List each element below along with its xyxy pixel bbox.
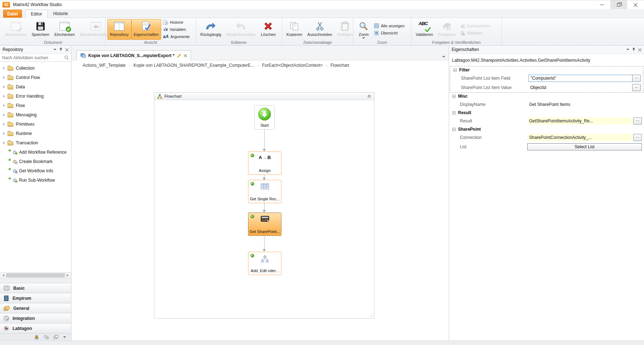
ellipsis-button[interactable]: ... [632, 84, 641, 91]
section-filter[interactable]: Filter [450, 66, 643, 74]
restore-button[interactable] [610, 0, 627, 9]
connection-field[interactable]: SharePointConnectionActivity_... [527, 134, 632, 141]
panel-close-icon[interactable] [65, 48, 69, 51]
cascade-windows-icon[interactable] [53, 335, 59, 339]
list-item-field-input[interactable]: "ComputerId" [528, 75, 633, 82]
section-misc[interactable]: Misc [449, 93, 644, 100]
argumente-button[interactable]: aA Argumente [163, 34, 190, 40]
panel-menu-caret-icon[interactable] [626, 49, 629, 50]
ellipsis-button[interactable]: ... [633, 134, 642, 141]
accordion-basic[interactable]: Basic [0, 283, 71, 293]
accordion-labtagon[interactable]: Labtagon [0, 323, 71, 333]
zoom-dropdown-caret[interactable] [362, 37, 365, 39]
expander-icon[interactable] [3, 85, 5, 88]
tree-folder-transaction[interactable]: Transaction [0, 138, 71, 148]
expander-icon[interactable] [3, 132, 5, 135]
select-list-button[interactable]: Select List [527, 143, 642, 150]
accordion-empirum[interactable]: Empirum [0, 293, 71, 303]
collapse-box-icon[interactable] [452, 111, 456, 115]
expander-icon[interactable] [3, 141, 5, 144]
ellipsis-button[interactable]: ... [632, 75, 641, 82]
uebersicht-button[interactable]: Übersicht [374, 30, 405, 36]
collapse-chevron-icon[interactable] [367, 94, 371, 98]
speichern-button[interactable]: Speichern [29, 19, 52, 40]
pin-icon[interactable] [59, 47, 62, 52]
displayname-field[interactable]: Get SharePoint Items [527, 101, 632, 108]
result-field[interactable]: GetSharePointItemsActivity_Re... [527, 117, 632, 125]
accordion-general[interactable]: General [0, 303, 71, 313]
tab-datei[interactable]: Datei [3, 10, 22, 18]
tree-folder-control-flow[interactable]: Control Flow [0, 73, 71, 82]
node-assign[interactable]: A→B Assign [248, 151, 281, 175]
footer-dropdown-caret-icon[interactable] [63, 336, 66, 338]
breadcrumb-item[interactable]: Flowchart [330, 63, 349, 68]
edit-pencil-icon[interactable] [177, 53, 181, 58]
collapse-box-icon[interactable] [452, 95, 456, 98]
expander-icon[interactable] [3, 104, 5, 107]
eigenschaften-toggle-button[interactable]: Eigenschaften [131, 19, 162, 40]
scrollbar-thumb[interactable] [6, 273, 65, 278]
ellipsis-button[interactable]: ... [633, 117, 642, 125]
loeschen-button[interactable]: Löschen [258, 19, 279, 40]
tree-folder-primitives[interactable]: Primitives [0, 120, 71, 129]
panel-close-icon[interactable] [638, 48, 641, 51]
section-sharepoint[interactable]: SharePoint [449, 126, 644, 133]
activity-search-input[interactable] [2, 55, 64, 60]
rueckgaengig-button[interactable]: Rückgängig [198, 19, 224, 40]
close-button[interactable] [627, 0, 644, 9]
stamp-tool-icon[interactable] [34, 335, 39, 339]
collapse-box-icon[interactable] [453, 69, 457, 72]
workflow-canvas[interactable]: Flowchart Start A→B Assign [71, 70, 449, 340]
expander-icon[interactable] [3, 67, 5, 70]
node-get-single-record[interactable]: Get Single Rec... [248, 180, 281, 203]
variablen-button[interactable]: √x Variablen [163, 27, 190, 33]
tree-folder-flow[interactable]: Flow [0, 101, 71, 110]
tab-close-icon[interactable] [184, 54, 187, 57]
node-add-edit[interactable]: Add, Edit oder... [248, 252, 281, 275]
document-tab[interactable]: Kopie von LABTAGON_S...mputerExport * [76, 50, 191, 60]
add-workflow-reference-icon [12, 150, 18, 155]
node-start[interactable]: Start [255, 105, 275, 130]
scroll-left-arrow-icon[interactable] [3, 274, 4, 277]
help-balloons-icon[interactable] [44, 335, 49, 339]
tree-horizontal-scrollbar[interactable] [0, 272, 71, 278]
accordion-integration[interactable]: Integration [0, 313, 71, 323]
tab-editor[interactable]: Editor [25, 10, 48, 18]
tab-historie[interactable]: Historie [48, 9, 73, 18]
list-item-value-field[interactable]: ObjectId [528, 84, 633, 91]
resize-grip[interactable] [369, 313, 373, 317]
tree-item-add-workflow-reference[interactable]: Add Workflow Reference [0, 148, 71, 157]
expander-icon[interactable] [3, 95, 5, 98]
node-get-sharepoint-selected[interactable]: Get SharePoint... [248, 213, 281, 236]
pin-icon[interactable] [632, 47, 635, 52]
tree-folder-messaging[interactable]: Messaging [0, 110, 71, 120]
search-icon[interactable] [64, 55, 69, 60]
repository-toggle-button[interactable]: Repository [107, 19, 131, 40]
tree-folder-data[interactable]: Data [0, 82, 71, 92]
tree-folder-runtime[interactable]: Runtime [0, 129, 71, 138]
breadcrumb-item[interactable]: Kopie von LABTAGON_SHAREPOINT_Example_Co… [134, 63, 255, 68]
tree-item-get-workflow-info[interactable]: Get Workflow Info [0, 166, 71, 176]
breadcrumb-item[interactable]: ForEach<ObjectActionContext> [262, 63, 323, 68]
alle-anzeigen-button[interactable]: Alle anzeigen [374, 23, 405, 29]
validieren-button[interactable]: ABC Validieren [413, 19, 435, 40]
tree-folder-collection[interactable]: Collection [0, 64, 71, 73]
breadcrumb-item[interactable]: Actions_WF_Template [83, 63, 126, 68]
kopieren-button[interactable]: Kopieren [284, 19, 305, 40]
panel-menu-caret-icon[interactable] [53, 49, 56, 50]
scroll-right-arrow-icon[interactable] [67, 274, 69, 277]
section-result[interactable]: Result [449, 109, 644, 116]
collapse-box-icon[interactable] [452, 128, 456, 131]
einchecken-button[interactable]: Einchecken [52, 19, 77, 40]
historie-small-button[interactable]: Historie [163, 19, 190, 25]
ausschneiden-button[interactable]: Ausschneiden [305, 19, 335, 40]
expander-icon[interactable] [3, 123, 5, 126]
tree-item-create-bookmark[interactable]: Create Bookmark [0, 157, 71, 166]
tree-item-run-sub-workflow[interactable]: Run Sub-Workflow [0, 176, 71, 185]
tree-folder-error-handling[interactable]: Error Handling [0, 92, 71, 101]
expander-icon[interactable] [3, 113, 5, 116]
minimize-button[interactable] [593, 0, 610, 9]
zoom-button[interactable]: Zoom [355, 19, 372, 40]
tab-list-caret-icon[interactable] [442, 56, 445, 57]
expander-icon[interactable] [3, 76, 5, 79]
